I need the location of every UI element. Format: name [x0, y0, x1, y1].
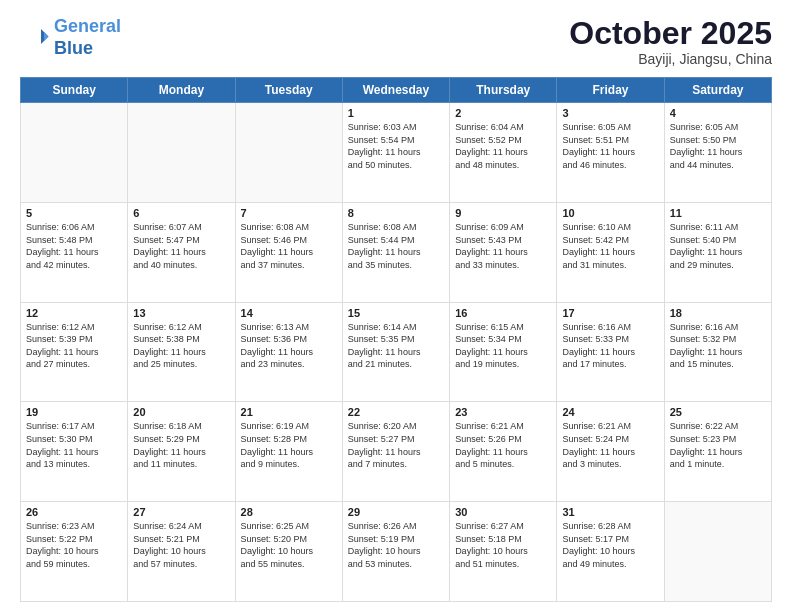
calendar-cell: 18Sunrise: 6:16 AMSunset: 5:32 PMDayligh…	[664, 302, 771, 402]
calendar-header-tuesday: Tuesday	[235, 78, 342, 103]
calendar-header-thursday: Thursday	[450, 78, 557, 103]
calendar-cell: 31Sunrise: 6:28 AMSunset: 5:17 PMDayligh…	[557, 502, 664, 602]
day-number: 31	[562, 506, 658, 518]
day-info: Sunrise: 6:11 AMSunset: 5:40 PMDaylight:…	[670, 221, 766, 271]
day-info: Sunrise: 6:12 AMSunset: 5:38 PMDaylight:…	[133, 321, 229, 371]
day-info: Sunrise: 6:07 AMSunset: 5:47 PMDaylight:…	[133, 221, 229, 271]
day-number: 11	[670, 207, 766, 219]
day-number: 23	[455, 406, 551, 418]
calendar-cell: 30Sunrise: 6:27 AMSunset: 5:18 PMDayligh…	[450, 502, 557, 602]
day-number: 27	[133, 506, 229, 518]
calendar-table: SundayMondayTuesdayWednesdayThursdayFrid…	[20, 77, 772, 602]
calendar-week-1: 5Sunrise: 6:06 AMSunset: 5:48 PMDaylight…	[21, 202, 772, 302]
day-number: 25	[670, 406, 766, 418]
day-number: 1	[348, 107, 444, 119]
day-number: 13	[133, 307, 229, 319]
calendar-cell	[21, 103, 128, 203]
logo: General Blue	[20, 16, 121, 59]
calendar-cell	[664, 502, 771, 602]
calendar-cell: 10Sunrise: 6:10 AMSunset: 5:42 PMDayligh…	[557, 202, 664, 302]
calendar-cell: 29Sunrise: 6:26 AMSunset: 5:19 PMDayligh…	[342, 502, 449, 602]
calendar-cell: 4Sunrise: 6:05 AMSunset: 5:50 PMDaylight…	[664, 103, 771, 203]
calendar-week-4: 26Sunrise: 6:23 AMSunset: 5:22 PMDayligh…	[21, 502, 772, 602]
day-info: Sunrise: 6:08 AMSunset: 5:44 PMDaylight:…	[348, 221, 444, 271]
header: General Blue October 2025 Bayiji, Jiangs…	[20, 16, 772, 67]
calendar-cell	[128, 103, 235, 203]
calendar-cell: 12Sunrise: 6:12 AMSunset: 5:39 PMDayligh…	[21, 302, 128, 402]
day-info: Sunrise: 6:06 AMSunset: 5:48 PMDaylight:…	[26, 221, 122, 271]
day-number: 18	[670, 307, 766, 319]
calendar-cell: 6Sunrise: 6:07 AMSunset: 5:47 PMDaylight…	[128, 202, 235, 302]
calendar-cell: 7Sunrise: 6:08 AMSunset: 5:46 PMDaylight…	[235, 202, 342, 302]
day-info: Sunrise: 6:12 AMSunset: 5:39 PMDaylight:…	[26, 321, 122, 371]
day-info: Sunrise: 6:23 AMSunset: 5:22 PMDaylight:…	[26, 520, 122, 570]
day-number: 17	[562, 307, 658, 319]
day-number: 16	[455, 307, 551, 319]
calendar-week-2: 12Sunrise: 6:12 AMSunset: 5:39 PMDayligh…	[21, 302, 772, 402]
logo-text: General Blue	[54, 16, 121, 59]
location: Bayiji, Jiangsu, China	[569, 51, 772, 67]
day-info: Sunrise: 6:09 AMSunset: 5:43 PMDaylight:…	[455, 221, 551, 271]
title-block: October 2025 Bayiji, Jiangsu, China	[569, 16, 772, 67]
day-info: Sunrise: 6:22 AMSunset: 5:23 PMDaylight:…	[670, 420, 766, 470]
day-number: 29	[348, 506, 444, 518]
calendar-cell: 22Sunrise: 6:20 AMSunset: 5:27 PMDayligh…	[342, 402, 449, 502]
calendar-header-friday: Friday	[557, 78, 664, 103]
calendar-cell	[235, 103, 342, 203]
calendar-cell: 25Sunrise: 6:22 AMSunset: 5:23 PMDayligh…	[664, 402, 771, 502]
day-info: Sunrise: 6:19 AMSunset: 5:28 PMDaylight:…	[241, 420, 337, 470]
calendar-cell: 28Sunrise: 6:25 AMSunset: 5:20 PMDayligh…	[235, 502, 342, 602]
day-number: 7	[241, 207, 337, 219]
day-info: Sunrise: 6:26 AMSunset: 5:19 PMDaylight:…	[348, 520, 444, 570]
calendar-cell: 26Sunrise: 6:23 AMSunset: 5:22 PMDayligh…	[21, 502, 128, 602]
logo-line1: General	[54, 16, 121, 36]
calendar-cell: 16Sunrise: 6:15 AMSunset: 5:34 PMDayligh…	[450, 302, 557, 402]
calendar-cell: 27Sunrise: 6:24 AMSunset: 5:21 PMDayligh…	[128, 502, 235, 602]
day-info: Sunrise: 6:16 AMSunset: 5:32 PMDaylight:…	[670, 321, 766, 371]
calendar-cell: 2Sunrise: 6:04 AMSunset: 5:52 PMDaylight…	[450, 103, 557, 203]
day-info: Sunrise: 6:20 AMSunset: 5:27 PMDaylight:…	[348, 420, 444, 470]
calendar-cell: 13Sunrise: 6:12 AMSunset: 5:38 PMDayligh…	[128, 302, 235, 402]
logo-icon	[20, 23, 50, 53]
calendar-cell: 11Sunrise: 6:11 AMSunset: 5:40 PMDayligh…	[664, 202, 771, 302]
day-info: Sunrise: 6:25 AMSunset: 5:20 PMDaylight:…	[241, 520, 337, 570]
calendar-week-0: 1Sunrise: 6:03 AMSunset: 5:54 PMDaylight…	[21, 103, 772, 203]
day-info: Sunrise: 6:27 AMSunset: 5:18 PMDaylight:…	[455, 520, 551, 570]
calendar-cell: 15Sunrise: 6:14 AMSunset: 5:35 PMDayligh…	[342, 302, 449, 402]
calendar-cell: 8Sunrise: 6:08 AMSunset: 5:44 PMDaylight…	[342, 202, 449, 302]
day-number: 20	[133, 406, 229, 418]
day-number: 6	[133, 207, 229, 219]
day-number: 4	[670, 107, 766, 119]
logo-line2: Blue	[54, 38, 93, 58]
page: General Blue October 2025 Bayiji, Jiangs…	[0, 0, 792, 612]
calendar-cell: 24Sunrise: 6:21 AMSunset: 5:24 PMDayligh…	[557, 402, 664, 502]
calendar-cell: 14Sunrise: 6:13 AMSunset: 5:36 PMDayligh…	[235, 302, 342, 402]
calendar-cell: 21Sunrise: 6:19 AMSunset: 5:28 PMDayligh…	[235, 402, 342, 502]
day-info: Sunrise: 6:10 AMSunset: 5:42 PMDaylight:…	[562, 221, 658, 271]
day-number: 9	[455, 207, 551, 219]
calendar-cell: 17Sunrise: 6:16 AMSunset: 5:33 PMDayligh…	[557, 302, 664, 402]
day-info: Sunrise: 6:21 AMSunset: 5:26 PMDaylight:…	[455, 420, 551, 470]
day-info: Sunrise: 6:15 AMSunset: 5:34 PMDaylight:…	[455, 321, 551, 371]
calendar-cell: 9Sunrise: 6:09 AMSunset: 5:43 PMDaylight…	[450, 202, 557, 302]
day-info: Sunrise: 6:13 AMSunset: 5:36 PMDaylight:…	[241, 321, 337, 371]
calendar-cell: 20Sunrise: 6:18 AMSunset: 5:29 PMDayligh…	[128, 402, 235, 502]
calendar-header-monday: Monday	[128, 78, 235, 103]
calendar-cell: 1Sunrise: 6:03 AMSunset: 5:54 PMDaylight…	[342, 103, 449, 203]
calendar-header-saturday: Saturday	[664, 78, 771, 103]
calendar-header-sunday: Sunday	[21, 78, 128, 103]
day-info: Sunrise: 6:16 AMSunset: 5:33 PMDaylight:…	[562, 321, 658, 371]
day-info: Sunrise: 6:24 AMSunset: 5:21 PMDaylight:…	[133, 520, 229, 570]
calendar-cell: 5Sunrise: 6:06 AMSunset: 5:48 PMDaylight…	[21, 202, 128, 302]
day-number: 21	[241, 406, 337, 418]
day-info: Sunrise: 6:03 AMSunset: 5:54 PMDaylight:…	[348, 121, 444, 171]
day-info: Sunrise: 6:05 AMSunset: 5:51 PMDaylight:…	[562, 121, 658, 171]
day-number: 10	[562, 207, 658, 219]
day-number: 19	[26, 406, 122, 418]
day-number: 26	[26, 506, 122, 518]
day-info: Sunrise: 6:18 AMSunset: 5:29 PMDaylight:…	[133, 420, 229, 470]
month-title: October 2025	[569, 16, 772, 51]
day-number: 30	[455, 506, 551, 518]
calendar-header-row: SundayMondayTuesdayWednesdayThursdayFrid…	[21, 78, 772, 103]
day-info: Sunrise: 6:28 AMSunset: 5:17 PMDaylight:…	[562, 520, 658, 570]
